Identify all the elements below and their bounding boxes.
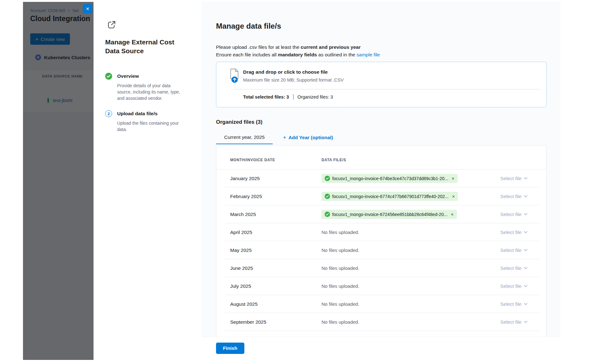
file-cell: No files uploaded. <box>322 247 500 253</box>
select-file-button[interactable]: Select file <box>500 265 527 271</box>
select-file-button[interactable]: Select file <box>500 212 527 217</box>
table-row: May 2025No files uploaded.Select file <box>216 241 546 259</box>
month-label: September 2025 <box>230 319 322 325</box>
remove-file-button[interactable]: × <box>452 176 454 181</box>
no-files-text: No files uploaded. <box>322 319 359 325</box>
dropzone-stats: Total selected files: 3 Organized files:… <box>243 94 333 100</box>
intro-line1-bold: current and previous year <box>301 44 361 50</box>
step-overview-label: Overview <box>117 73 184 80</box>
select-file-cell: Select file <box>500 212 527 217</box>
chevron-down-icon <box>524 231 527 233</box>
column-header-data-files: DATA FILE/S <box>322 158 527 162</box>
file-cell: No files uploaded. <box>322 283 500 289</box>
step-upload-label: Upload data file/s <box>117 110 184 117</box>
stats-divider <box>293 94 293 100</box>
file-chip: focusv1_mongo-invoice-6774c477b667901d77… <box>322 192 458 201</box>
select-file-label: Select file <box>500 212 521 217</box>
panel-title: Manage data file/s <box>216 21 547 31</box>
select-file-label: Select file <box>500 247 521 253</box>
organized-files-count: Organized files: 3 <box>298 94 333 100</box>
month-label: May 2025 <box>230 247 322 253</box>
files-table-card: MONTH/INVOICE DATE DATA FILE/S January 2… <box>216 145 547 344</box>
select-file-cell: Select file <box>500 283 527 289</box>
file-name: focusv1_mongo-invoice-674be3ce47c73d37dd… <box>332 176 448 181</box>
no-files-text: No files uploaded. <box>322 301 359 307</box>
intro-line2-text: Ensure each file includes all <box>216 52 278 57</box>
select-file-cell: Select file <box>500 265 527 271</box>
select-file-button[interactable]: Select file <box>500 230 527 235</box>
background-page: Account: CCM-NG > Set Cloud Integration … <box>23 2 94 360</box>
remove-file-button[interactable]: × <box>451 212 454 217</box>
remove-file-button[interactable]: × <box>452 194 455 199</box>
total-selected-files: Total selected files: 3 <box>243 94 289 100</box>
organized-files-heading: Organized files (3) <box>216 119 547 126</box>
intro-line2-middle: as outlined in the <box>317 52 356 57</box>
file-chip: focusv1_mongo-invoice-674be3ce47c73d37dd… <box>322 174 458 183</box>
file-cell: No files uploaded. <box>322 265 500 271</box>
column-header-month: MONTH/INVOICE DATE <box>230 158 322 162</box>
select-file-cell: Select file <box>500 230 527 235</box>
select-file-label: Select file <box>500 265 521 271</box>
close-icon: ✕ <box>86 6 89 11</box>
dropzone-title: Drag and drop or click to choose file <box>243 69 328 75</box>
month-label: April 2025 <box>230 230 322 235</box>
select-file-button[interactable]: Select file <box>500 283 527 289</box>
select-file-cell: Select file <box>500 194 527 199</box>
finish-button[interactable]: Finish <box>216 343 244 354</box>
table-row: March 2025 focusv1_mongo-invoice-672456e… <box>216 205 546 223</box>
select-file-button[interactable]: Select file <box>500 301 527 307</box>
select-file-label: Select file <box>500 301 521 307</box>
sample-file-link[interactable]: sample file <box>356 52 380 57</box>
month-label: January 2025 <box>230 176 322 181</box>
table-row: April 2025No files uploaded.Select file <box>216 223 546 241</box>
chevron-down-icon <box>524 249 527 251</box>
file-cell: No files uploaded. <box>322 319 500 325</box>
upload-panel: Manage data file/s Please upload .csv fi… <box>202 2 561 360</box>
step-complete-check-icon <box>105 73 112 80</box>
month-label: August 2025 <box>230 301 322 307</box>
wizard-step-overview[interactable]: Overview Provide details of your data so… <box>105 73 193 101</box>
table-rows: January 2025 focusv1_mongo-invoice-674be… <box>216 169 546 344</box>
tab-current-year[interactable]: Current year, 2025 <box>216 131 273 144</box>
select-file-button[interactable]: Select file <box>500 176 527 181</box>
select-file-cell: Select file <box>500 319 527 325</box>
add-year-label: Add Year (optional) <box>288 135 333 140</box>
chevron-down-icon <box>524 303 527 305</box>
launch-icon <box>107 20 117 30</box>
select-file-button[interactable]: Select file <box>500 194 527 199</box>
file-cell: focusv1_mongo-invoice-6774c477b667901d77… <box>322 192 500 201</box>
modal-overlay <box>23 2 94 360</box>
month-label: July 2025 <box>230 283 322 289</box>
chevron-down-icon <box>524 267 527 269</box>
dropzone-divider <box>234 89 541 89</box>
no-files-text: No files uploaded. <box>322 283 359 289</box>
table-row: July 2025No files uploaded.Select file <box>216 277 546 295</box>
file-cell: focusv1_mongo-invoice-674be3ce47c73d37dd… <box>322 174 500 183</box>
table-row: August 2025No files uploaded.Select file <box>216 295 546 313</box>
select-file-cell: Select file <box>500 176 527 181</box>
table-row: February 2025 focusv1_mongo-invoice-6774… <box>216 187 546 205</box>
file-uploaded-check-icon <box>325 176 330 181</box>
file-chip: focusv1_mongo-invoice-672456ee851bbb28c6… <box>322 210 457 219</box>
chevron-down-icon <box>524 177 527 179</box>
chevron-down-icon <box>524 195 527 197</box>
no-files-text: No files uploaded. <box>322 265 359 271</box>
table-row: January 2025 focusv1_mongo-invoice-674be… <box>216 169 546 187</box>
wizard-step-upload[interactable]: 2 Upload data file/s Upload the files co… <box>105 110 193 133</box>
file-uploaded-check-icon <box>325 194 330 199</box>
select-file-label: Select file <box>500 319 521 325</box>
app-window: Account: CCM-NG > Set Cloud Integration … <box>23 2 561 360</box>
file-name: focusv1_mongo-invoice-672456ee851bbb28c6… <box>332 212 447 217</box>
table-header-row: MONTH/INVOICE DATE DATA FILE/S <box>216 145 546 169</box>
table-row: June 2025No files uploaded.Select file <box>216 259 546 277</box>
step-number-badge: 2 <box>105 110 112 117</box>
file-name: focusv1_mongo-invoice-6774c477b667901d77… <box>332 194 448 199</box>
select-file-button[interactable]: Select file <box>500 319 527 325</box>
month-label: March 2025 <box>230 212 322 217</box>
upload-file-icon <box>228 68 242 83</box>
file-dropzone[interactable]: Drag and drop or click to choose file Ma… <box>216 62 547 107</box>
select-file-button[interactable]: Select file <box>500 247 527 253</box>
add-year-button[interactable]: + Add Year (optional) <box>281 131 335 144</box>
close-button[interactable]: ✕ <box>83 4 92 14</box>
no-files-text: No files uploaded. <box>322 230 359 235</box>
